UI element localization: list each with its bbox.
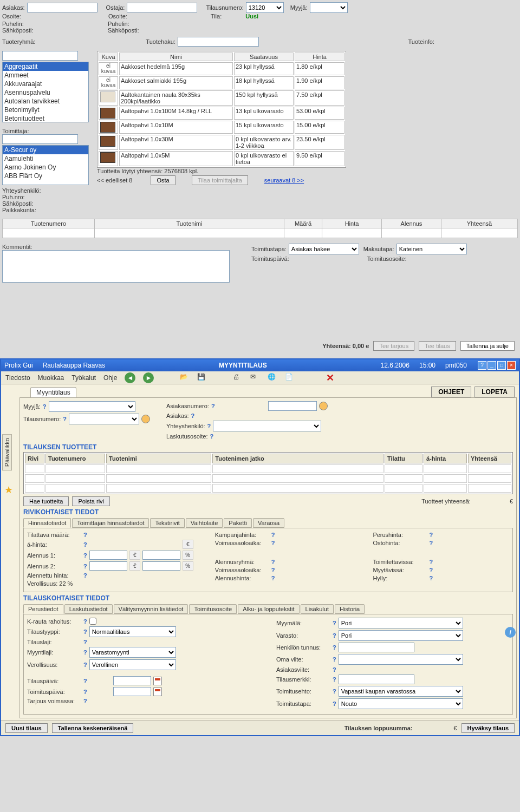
help-icon[interactable]: ?	[429, 540, 433, 546]
search-icon[interactable]	[141, 415, 150, 423]
help-icon[interactable]: ?	[429, 567, 433, 573]
varasto-select[interactable]: Pori	[339, 630, 463, 641]
tuotehaku-input[interactable]	[178, 37, 259, 47]
tab-toimittajan-hinnasto[interactable]: Toimittajan hinnastotiedot	[72, 518, 149, 528]
hyvaksy-tilaus-button[interactable]: Hyväksy tilaus	[461, 723, 515, 733]
help-icon[interactable]: ?	[271, 575, 275, 581]
alennus1-input[interactable]	[89, 551, 127, 560]
help-icon[interactable]: ?	[333, 700, 336, 707]
help-icon[interactable]: ?	[207, 423, 211, 429]
tab-lisakulut[interactable]: Lisäkulut	[301, 604, 334, 614]
omaviite-select[interactable]	[339, 654, 463, 665]
help-icon[interactable]: ?	[271, 540, 275, 546]
tilaustyyppi-select[interactable]: Normaalitilaus	[89, 626, 176, 637]
alennus2-pct-input[interactable]	[142, 561, 180, 571]
help-icon[interactable]: ?	[333, 644, 336, 651]
osta-button[interactable]: Osta	[151, 175, 175, 185]
help-icon[interactable]: ?	[63, 416, 67, 422]
menu-tyokalut[interactable]: Työkalut	[72, 374, 96, 382]
help-icon[interactable]: ?	[333, 656, 336, 663]
globe-icon[interactable]: 🌐	[268, 373, 277, 383]
toimittaja-listbox[interactable]: A-Secur oy Aamulehti Aarno Jokinen Oy AB…	[2, 145, 89, 185]
tuoteryhma-filter-input[interactable]	[2, 51, 78, 61]
print-icon[interactable]: 🖨	[233, 373, 243, 383]
tuoteryhma-listbox[interactable]: Aggregaatit Ammeet Akkuvaraajat Asennusp…	[2, 62, 89, 122]
tab-tekstirivit[interactable]: Tekstirivit	[150, 518, 184, 528]
help-icon[interactable]: ?	[83, 541, 87, 548]
maksutapa-select[interactable]: Kateinen	[396, 244, 467, 254]
help-icon[interactable]: ?	[83, 678, 87, 684]
minimize-icon[interactable]: _	[487, 361, 496, 370]
tee-tarjous-button[interactable]: Tee tarjous	[373, 341, 414, 351]
table-row[interactable]	[25, 484, 511, 493]
next-page-link[interactable]: seuraavat 8 >>	[264, 177, 304, 184]
poista-rivi-button[interactable]: Poista rivi	[72, 496, 110, 506]
hae-tuotteita-button[interactable]: Hae tuotteita	[23, 496, 69, 506]
table-row[interactable]: Aaltopahvi 1.0x5M0 kpl ulkovarasto ei ti…	[99, 151, 344, 166]
tilausnumero-select2[interactable]	[69, 414, 139, 424]
myymala-select[interactable]: Pori	[339, 618, 463, 628]
menu-tiedosto[interactable]: Tiedosto	[5, 374, 30, 382]
yhteyshenkilo-select[interactable]	[213, 421, 321, 431]
help-icon[interactable]: ?	[333, 688, 336, 695]
tallenna-sulje-button[interactable]: Tallenna ja sulje	[460, 341, 515, 351]
list-item[interactable]: Aamulehti	[3, 154, 88, 163]
ohjeet-button[interactable]: OHJEET	[431, 387, 471, 397]
tab-hinnastotiedot[interactable]: Hinnastotiedot	[23, 518, 71, 528]
tab-valitysmyynti[interactable]: Välitysmyynnin lisätiedot	[114, 604, 188, 614]
help-icon[interactable]: ?	[83, 649, 87, 656]
alennus2-input[interactable]	[89, 561, 127, 571]
uusi-tilaus-button[interactable]: Uusi tilaus	[5, 723, 48, 733]
help-icon[interactable]: ?	[211, 403, 215, 409]
toimitustapa-select2[interactable]: Nouto	[339, 698, 463, 709]
nav-back-icon[interactable]: ◄	[125, 372, 135, 383]
kommentit-textarea[interactable]	[2, 250, 230, 283]
help-icon[interactable]: ?	[83, 618, 87, 625]
help-icon[interactable]: ?	[478, 361, 486, 370]
calendar-icon[interactable]	[153, 687, 162, 696]
asiakas-input[interactable]	[27, 3, 98, 12]
toimitusehto-select[interactable]: Vapaasti kaupan varastossa	[339, 686, 463, 697]
list-item[interactable]: Betonimyllyt	[3, 106, 88, 114]
tab-myyntitilaus[interactable]: Myyntitilaus	[30, 387, 76, 397]
tallenna-keskenerainen-button[interactable]: Tallenna keskeneräisenä	[52, 723, 134, 733]
list-item[interactable]: Betonituotteet	[3, 114, 88, 122]
help-icon[interactable]: ?	[83, 552, 87, 559]
table-row[interactable]: eikuvaaAakkoset salmiakki 195g18 kpl hyl…	[99, 76, 344, 89]
tab-paketti[interactable]: Paketti	[224, 518, 252, 528]
help-icon[interactable]: ?	[271, 559, 275, 565]
tab-laskutustiedot[interactable]: Laskutustiedot	[64, 604, 113, 614]
table-row[interactable]: Aaltopahvi 1.0x30M0 kpl ulkovarasto arv.…	[99, 135, 344, 150]
tab-toimitusosoite[interactable]: Toimitusosoite	[189, 604, 237, 614]
help-icon[interactable]: ?	[83, 662, 87, 668]
menu-ohje[interactable]: Ohje	[103, 374, 117, 382]
asiakasnumero-input[interactable]	[268, 401, 317, 411]
help-icon[interactable]: ?	[83, 572, 87, 579]
table-row[interactable]: eikuvaaAakkoset hedelmä 195g23 kpl hylly…	[99, 62, 344, 75]
info-icon[interactable]: i	[505, 627, 516, 638]
help-icon[interactable]: ?	[43, 403, 47, 410]
tab-perustiedot[interactable]: Perustiedot	[23, 604, 63, 614]
table-row[interactable]: Aaltopahvi 1.0x100M 14.8kg / RLL13 kpl u…	[99, 107, 344, 120]
document-icon[interactable]: 📄	[285, 373, 295, 383]
list-item[interactable]: ABB Flärt Oy	[3, 172, 88, 180]
ostaja-input[interactable]	[127, 3, 197, 12]
save-icon[interactable]: 💾	[197, 373, 207, 383]
list-item[interactable]: Akkuvaraajat	[3, 80, 88, 88]
close-icon[interactable]: ×	[507, 361, 516, 370]
help-icon[interactable]: ?	[333, 632, 336, 639]
help-icon[interactable]: ?	[210, 433, 213, 440]
list-item[interactable]: A-Secur oy	[3, 146, 88, 154]
menu-muokkaa[interactable]: Muokkaa	[38, 374, 64, 382]
open-icon[interactable]: 📂	[180, 373, 190, 383]
favorite-icon[interactable]: ★	[4, 484, 13, 496]
list-item[interactable]: Ammeet	[3, 71, 88, 80]
lopeta-button[interactable]: LOPETA	[474, 387, 515, 397]
help-icon[interactable]: ?	[271, 567, 275, 573]
toimitustapa-select[interactable]: Asiakas hakee	[289, 244, 359, 254]
table-row[interactable]	[25, 464, 511, 473]
myyja-select[interactable]	[310, 2, 348, 13]
help-icon[interactable]: ?	[83, 628, 87, 635]
help-icon[interactable]: ?	[333, 666, 336, 673]
help-icon[interactable]: ?	[429, 532, 433, 538]
